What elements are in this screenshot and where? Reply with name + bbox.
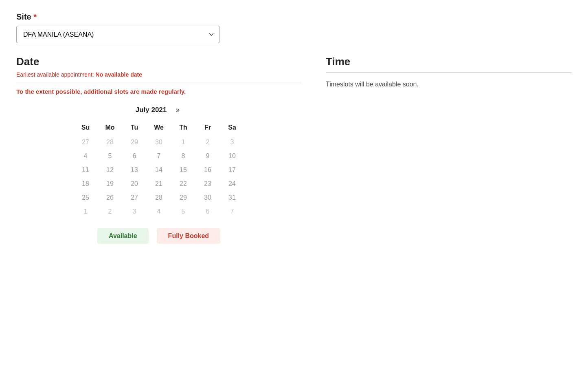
calendar-row: 45678910 bbox=[73, 149, 244, 163]
timeslots-message: Timeslots will be available soon. bbox=[326, 81, 572, 88]
day-su: Su bbox=[73, 121, 98, 135]
calendar-day: 30 bbox=[195, 191, 220, 205]
calendar-day: 26 bbox=[98, 191, 122, 205]
calendar-day: 17 bbox=[220, 163, 244, 177]
calendar-row: 18192021222324 bbox=[73, 177, 244, 191]
calendar-day: 31 bbox=[220, 191, 244, 205]
day-we: We bbox=[147, 121, 171, 135]
calendar-day: 18 bbox=[73, 177, 98, 191]
legend-fully-booked: Fully Booked bbox=[157, 228, 220, 244]
calendar-day: 2 bbox=[98, 205, 122, 218]
time-section: Time Timeslots will be available soon. bbox=[301, 55, 572, 244]
calendar-day: 27 bbox=[73, 135, 98, 149]
calendar-day: 6 bbox=[195, 205, 220, 218]
site-label-text: Site bbox=[16, 12, 31, 21]
time-title: Time bbox=[326, 55, 572, 68]
calendar-day: 5 bbox=[171, 205, 195, 218]
calendar-days-header: Su Mo Tu We Th Fr Sa bbox=[73, 121, 244, 135]
calendar-day: 1 bbox=[171, 135, 195, 149]
calendar-header: July 2021 » bbox=[73, 105, 244, 115]
calendar-day: 13 bbox=[122, 163, 147, 177]
calendar-row: 11121314151617 bbox=[73, 163, 244, 177]
required-marker: * bbox=[33, 12, 37, 21]
day-mo: Mo bbox=[98, 121, 122, 135]
site-select[interactable]: DFA MANILA (ASEANA) bbox=[16, 26, 220, 43]
calendar-day: 6 bbox=[122, 149, 147, 163]
date-section: Date Earliest available appointment: No … bbox=[16, 55, 301, 244]
calendar-day: 7 bbox=[147, 149, 171, 163]
legend-available: Available bbox=[97, 228, 149, 244]
day-fr: Fr bbox=[195, 121, 220, 135]
calendar-grid: Su Mo Tu We Th Fr Sa 2728293012345678910… bbox=[73, 121, 244, 218]
calendar-day: 2 bbox=[195, 135, 220, 149]
calendar-row: 1234567 bbox=[73, 205, 244, 218]
slots-notice: To the extent possible, additional slots… bbox=[16, 88, 301, 95]
calendar-day: 7 bbox=[220, 205, 244, 218]
calendar-day: 4 bbox=[147, 205, 171, 218]
site-label: Site * bbox=[16, 12, 572, 22]
calendar-day: 19 bbox=[98, 177, 122, 191]
earliest-label: Earliest available appointment: bbox=[16, 71, 94, 78]
date-divider bbox=[16, 82, 301, 82]
calendar-day: 9 bbox=[195, 149, 220, 163]
calendar-day: 20 bbox=[122, 177, 147, 191]
calendar-day: 16 bbox=[195, 163, 220, 177]
calendar-day: 11 bbox=[73, 163, 98, 177]
calendar-row: 27282930123 bbox=[73, 135, 244, 149]
day-sa: Sa bbox=[220, 121, 244, 135]
time-divider bbox=[326, 72, 572, 73]
calendar-container: July 2021 » Su Mo Tu We Th Fr Sa bbox=[16, 105, 301, 244]
calendar-day: 14 bbox=[147, 163, 171, 177]
site-section: Site * DFA MANILA (ASEANA) bbox=[16, 12, 572, 43]
calendar-day: 15 bbox=[171, 163, 195, 177]
calendar-day: 10 bbox=[220, 149, 244, 163]
calendar-body: 2728293012345678910111213141516171819202… bbox=[73, 135, 244, 218]
calendar-day: 24 bbox=[220, 177, 244, 191]
day-th: Th bbox=[171, 121, 195, 135]
calendar-day: 22 bbox=[171, 177, 195, 191]
calendar-day: 21 bbox=[147, 177, 171, 191]
main-content: Date Earliest available appointment: No … bbox=[16, 55, 572, 244]
calendar-day: 29 bbox=[171, 191, 195, 205]
calendar-day: 3 bbox=[122, 205, 147, 218]
calendar-next-button[interactable]: » bbox=[173, 105, 182, 115]
date-title: Date bbox=[16, 55, 301, 68]
legend: Available Fully Booked bbox=[97, 228, 220, 244]
calendar-day: 4 bbox=[73, 149, 98, 163]
calendar-day: 28 bbox=[147, 191, 171, 205]
earliest-value: No available date bbox=[96, 71, 142, 78]
calendar-day: 1 bbox=[73, 205, 98, 218]
calendar-day: 23 bbox=[195, 177, 220, 191]
earliest-available-text: Earliest available appointment: No avail… bbox=[16, 71, 301, 78]
day-tu: Tu bbox=[122, 121, 147, 135]
calendar-day: 29 bbox=[122, 135, 147, 149]
calendar-row: 25262728293031 bbox=[73, 191, 244, 205]
calendar: July 2021 » Su Mo Tu We Th Fr Sa bbox=[73, 105, 244, 218]
calendar-day: 3 bbox=[220, 135, 244, 149]
calendar-day: 12 bbox=[98, 163, 122, 177]
calendar-day: 8 bbox=[171, 149, 195, 163]
calendar-day: 27 bbox=[122, 191, 147, 205]
calendar-day: 5 bbox=[98, 149, 122, 163]
calendar-day: 25 bbox=[73, 191, 98, 205]
calendar-month-year: July 2021 bbox=[136, 106, 167, 114]
calendar-day: 30 bbox=[147, 135, 171, 149]
calendar-day: 28 bbox=[98, 135, 122, 149]
